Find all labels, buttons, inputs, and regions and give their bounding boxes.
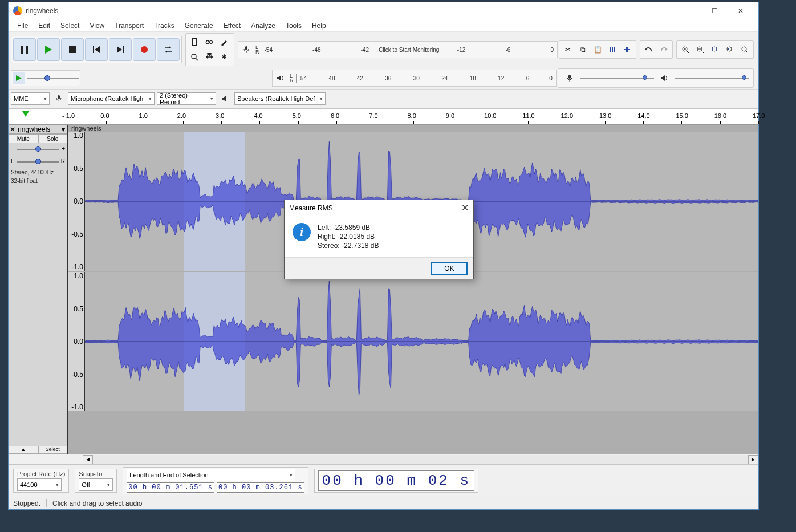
svg-line-14 — [196, 58, 198, 60]
snap-to-combo[interactable]: Off — [79, 478, 113, 491]
svg-line-32 — [687, 51, 689, 53]
track-name-label[interactable]: ringwheels — [17, 125, 59, 133]
timeline-ruler[interactable]: - 1.00.01.02.03.04.05.06.07.08.09.010.01… — [9, 109, 758, 125]
pan-slider[interactable]: L R — [11, 157, 65, 167]
play-button[interactable] — [37, 38, 60, 61]
stop-button[interactable] — [61, 38, 84, 61]
zoom-toolbar — [676, 40, 754, 59]
status-state-label: Stopped. — [13, 499, 40, 507]
pause-button[interactable] — [13, 38, 36, 61]
titlebar: ringwheels — ☐ ✕ — [9, 2, 758, 19]
selection-end-timecode[interactable]: 00 h 00 m 03.261 s — [217, 482, 304, 493]
info-icon: i — [293, 223, 311, 241]
menu-edit[interactable]: Edit — [33, 20, 55, 31]
scroll-right-button[interactable]: ► — [748, 455, 758, 464]
statusbar: Stopped. Click and drag to select audio — [9, 497, 758, 509]
play-at-speed-button[interactable] — [13, 72, 25, 84]
track-menu-button[interactable]: ▼ — [59, 125, 67, 133]
trim-button[interactable] — [606, 43, 619, 56]
ok-button[interactable]: OK — [431, 262, 468, 275]
svg-rect-9 — [192, 39, 193, 46]
dialog-close-button[interactable]: ✕ — [461, 202, 469, 213]
audio-position-timecode[interactable]: 00 h 00 m 02 s — [318, 470, 474, 491]
track-collapse-button[interactable]: ▲ — [9, 446, 38, 454]
playback-device-combo[interactable]: Speakers (Realtek High Def — [234, 92, 326, 105]
svg-marker-50 — [661, 75, 665, 81]
zoom-tool-button[interactable] — [188, 50, 201, 64]
copy-button[interactable]: ⧉ — [576, 43, 590, 56]
undo-button[interactable] — [642, 43, 656, 56]
speaker-icon — [274, 71, 287, 85]
speaker-icon — [657, 71, 671, 85]
menu-analyze[interactable]: Analyze — [246, 20, 281, 31]
gain-slider[interactable]: - + — [11, 144, 65, 155]
project-rate-combo[interactable]: 44100 — [17, 478, 62, 491]
svg-point-38 — [712, 47, 717, 51]
menu-help[interactable]: Help — [307, 20, 331, 31]
svg-rect-0 — [21, 46, 23, 54]
playhead-marker-icon[interactable] — [22, 111, 29, 117]
track-close-button[interactable]: ✕ — [9, 125, 17, 133]
skip-end-button[interactable] — [109, 38, 132, 61]
track-select-button[interactable]: Select — [38, 446, 68, 454]
cut-button[interactable]: ✂ — [561, 43, 575, 56]
scroll-left-button[interactable]: ◄ — [83, 455, 93, 464]
maximize-button[interactable]: ☐ — [701, 2, 728, 19]
svg-text:✱: ✱ — [206, 53, 212, 58]
zoom-in-button[interactable] — [679, 43, 692, 56]
selection-start-timecode[interactable]: 00 h 00 m 01.651 s — [127, 482, 214, 493]
minimize-button[interactable]: — — [675, 2, 701, 19]
microphone-icon — [52, 92, 66, 105]
envelope-tool-button[interactable] — [202, 35, 216, 49]
menu-tools[interactable]: Tools — [281, 20, 307, 31]
recording-meter[interactable]: LR -54 -48 -42 Click to Start Monitoring… — [238, 41, 558, 58]
redo-button[interactable] — [657, 43, 671, 56]
solo-button[interactable]: Solo — [38, 134, 68, 143]
menu-file[interactable]: File — [12, 20, 33, 31]
snap-to-label: Snap-To — [79, 470, 113, 477]
silence-button[interactable] — [620, 43, 634, 56]
zoom-toggle-button[interactable] — [738, 43, 752, 56]
mute-button[interactable]: Mute — [9, 134, 38, 143]
menu-tracks[interactable]: Tracks — [149, 20, 180, 31]
waveform-view[interactable]: ringwheels 1.00.50.0-0.5-1.0 1.00.50.0-0… — [68, 125, 758, 454]
fit-selection-button[interactable] — [708, 43, 722, 56]
menu-generate[interactable]: Generate — [180, 20, 218, 31]
audio-host-combo[interactable]: MME — [11, 92, 50, 105]
skip-start-button[interactable] — [85, 38, 108, 61]
menu-transport[interactable]: Transport — [109, 20, 149, 31]
horizontal-scrollbar[interactable]: ◄ ► — [9, 454, 758, 464]
record-button[interactable] — [133, 38, 156, 61]
play-at-speed-toolbar — [11, 70, 80, 86]
track-depth-label: 32-bit float — [9, 177, 67, 185]
transport-toolbar — [11, 36, 182, 63]
playback-speed-slider[interactable] — [27, 75, 79, 82]
zoom-out-button[interactable] — [693, 43, 707, 56]
speaker-icon — [218, 92, 232, 105]
svg-rect-1 — [26, 46, 28, 54]
channel-right[interactable]: 1.00.50.0-0.5-1.0 — [68, 272, 758, 411]
selection-mode-combo[interactable]: Length and End of Selection — [127, 469, 295, 481]
playback-meter[interactable]: LR -54 -48 -42 -36 -30 -24 -18 -12 -6 0 — [272, 70, 557, 87]
draw-tool-button[interactable] — [217, 35, 231, 49]
loop-button[interactable] — [157, 38, 180, 61]
meter-channels-label: LR — [289, 74, 295, 83]
meter-channels-label: LR — [254, 45, 261, 54]
svg-rect-12 — [192, 45, 197, 46]
timeshift-tool-button[interactable]: ✱ — [202, 50, 216, 64]
close-button[interactable]: ✕ — [728, 2, 754, 19]
menu-view[interactable]: View — [84, 20, 109, 31]
svg-rect-20 — [245, 46, 247, 50]
start-monitoring-label[interactable]: Click to Start Monitoring — [376, 47, 441, 53]
paste-button[interactable]: 📋 — [591, 43, 604, 56]
selection-tool-button[interactable] — [188, 35, 201, 49]
track-format-label: Stereo, 44100Hz — [9, 168, 67, 177]
menu-effect[interactable]: Effect — [218, 20, 246, 31]
recording-channels-combo[interactable]: 2 (Stereo) Record — [157, 92, 216, 105]
multi-tool-button[interactable]: ✱ — [217, 50, 231, 64]
playback-volume-slider[interactable] — [675, 75, 749, 81]
recording-volume-slider[interactable] — [580, 75, 654, 81]
recording-device-combo[interactable]: Microphone (Realtek High — [68, 92, 155, 105]
menu-select[interactable]: Select — [55, 20, 84, 31]
fit-project-button[interactable] — [723, 43, 737, 56]
